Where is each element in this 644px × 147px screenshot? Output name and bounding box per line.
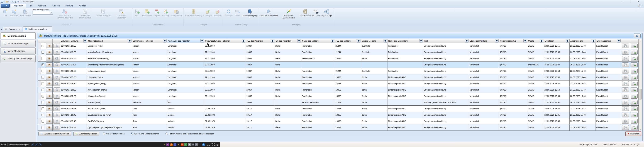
- process-message-button[interactable]: [53, 69, 60, 74]
- sidebar-item-meine-meldungen[interactable]: Meine Meldungen: [0, 48, 36, 55]
- ribbon-button-ausbruch[interactable]: Ausbruch: [10, 8, 19, 17]
- row-selector[interactable]: [38, 74, 40, 80]
- export-message-button[interactable]: [622, 81, 629, 86]
- row-selector[interactable]: [38, 49, 40, 55]
- chevron-down-icon[interactable]: ▾: [642, 5, 642, 7]
- forward-message-button[interactable]: [631, 119, 638, 124]
- row-checkbox[interactable]: [42, 89, 44, 91]
- notes-icon[interactable]: N: [166, 143, 169, 146]
- col-header-tat[interactable]: Meldetatbestand: [87, 39, 132, 43]
- col-header-act1[interactable]: [621, 39, 630, 43]
- radio-patient-melder-und-fall-zuordnen-bzw-neu-anlegen[interactable]: Patient, Melder und Fall zuordnen bzw. n…: [166, 132, 214, 135]
- filter-icon[interactable]: [384, 39, 387, 43]
- col-header-check[interactable]: [40, 39, 45, 43]
- volume-icon[interactable]: ♪: [198, 143, 202, 146]
- filter-icon[interactable]: [495, 39, 498, 43]
- ribbon-button-zusätzliche-eigenschaften[interactable]: Zusätzliche Eigenschaften: [278, 8, 299, 19]
- forward-message-button[interactable]: [631, 56, 638, 61]
- folder-icon[interactable]: [6, 1, 8, 3]
- discard-button[interactable]: ✖ Verwerfen: [626, 131, 641, 136]
- process-message-button[interactable]: [53, 100, 60, 105]
- col-header-titel[interactable]: Titel: [423, 39, 469, 43]
- ribbon-button-über-survnet[interactable]: Über Survnet: [299, 8, 312, 17]
- process-message-button[interactable]: [53, 81, 60, 86]
- col-header-typ[interactable]: Meldevorgangstyp: [499, 39, 527, 43]
- ribbon-button-alle-speichern[interactable]: Alle speichern: [170, 8, 183, 17]
- process-message-button[interactable]: [53, 113, 60, 117]
- help-status-icon[interactable]: ?: [39, 143, 42, 146]
- ribbon-button-notiz[interactable]: Notiz: [133, 8, 142, 17]
- ribbon-tab-allgemein[interactable]: Allgemein: [11, 4, 26, 8]
- export-message-button[interactable]: [622, 87, 629, 92]
- ribbon-help[interactable]: ? ▾: [638, 4, 642, 7]
- ribbon-tab-abfrage[interactable]: Abfrage: [76, 4, 89, 8]
- filter-icon[interactable]: [357, 39, 360, 43]
- export-message-button[interactable]: [622, 113, 629, 117]
- ribbon-button-kommentar[interactable]: Kommentar: [142, 8, 152, 17]
- row-checkbox[interactable]: [42, 114, 44, 116]
- view-message-button[interactable]: [46, 94, 52, 99]
- row-checkbox[interactable]: [42, 63, 44, 66]
- ribbon-button-liste-der-krankheiten[interactable]: Liste der Krankheiten: [260, 8, 278, 17]
- col-header-plzp[interactable]: PLZ des Patienten: [246, 39, 274, 43]
- filter-icon[interactable]: [163, 39, 166, 43]
- close-icon[interactable]: ✕: [49, 28, 50, 30]
- touch-keyboard-icon[interactable]: ▤: [216, 143, 218, 146]
- filter-icon[interactable]: [200, 39, 204, 43]
- ribbon-tab-fall[interactable]: Fall: [26, 4, 35, 8]
- forward-message-button[interactable]: [631, 106, 638, 111]
- export-message-button[interactable]: [622, 69, 629, 74]
- process-message-button[interactable]: [53, 56, 60, 61]
- minimize-button[interactable]: —: [621, 0, 624, 3]
- process-message-button[interactable]: [53, 50, 60, 55]
- row-selector[interactable]: [38, 87, 40, 93]
- process-message-button[interactable]: [53, 125, 60, 130]
- filter-icon[interactable]: [566, 39, 569, 43]
- forward-message-button[interactable]: [631, 50, 638, 55]
- filter-icon[interactable]: [540, 39, 543, 43]
- export-message-button[interactable]: [622, 50, 629, 55]
- forward-message-button[interactable]: [631, 113, 638, 117]
- row-checkbox[interactable]: [42, 82, 44, 85]
- view-message-button[interactable]: [46, 100, 52, 105]
- export-message-button[interactable]: [622, 56, 629, 61]
- col-header-melder[interactable]: Name des Melders: [301, 39, 335, 43]
- db-import-icon[interactable]: [12, 1, 14, 3]
- view-message-button[interactable]: [46, 87, 52, 92]
- forward-message-button[interactable]: [631, 100, 638, 105]
- network-icon[interactable]: ●: [202, 143, 205, 146]
- filter-icon[interactable]: [617, 39, 620, 43]
- view-message-button[interactable]: [46, 81, 52, 86]
- sidebar-item-importierte-meldungen[interactable]: Importierte Meldungen: [0, 40, 36, 47]
- row-checkbox[interactable]: [42, 51, 44, 54]
- col-header-act2[interactable]: [630, 39, 638, 43]
- radio-nur-melder-zuordnen[interactable]: Nur Melder zuordnen: [103, 132, 124, 135]
- ribbon-button-anhang[interactable]: Anhang: [161, 8, 170, 17]
- col-header-view[interactable]: [45, 39, 52, 43]
- chevron-down-icon[interactable]: ▼: [50, 11, 53, 14]
- forward-message-button[interactable]: [631, 81, 638, 86]
- export-message-button[interactable]: [622, 44, 629, 48]
- radio-icon[interactable]: [166, 132, 168, 135]
- ribbon-button-datenbereinigung[interactable]: Datenbereinigung▼: [242, 8, 258, 18]
- export-message-button[interactable]: [622, 100, 629, 105]
- ribbon-button-technische-informationen[interactable]: Technische Informationen: [75, 8, 95, 19]
- process-message-button[interactable]: [53, 44, 60, 48]
- ribbon-button-aufgabe[interactable]: Aufgabe: [152, 8, 161, 17]
- defender-shield-icon[interactable]: ✓: [184, 143, 187, 146]
- row-checkbox[interactable]: [42, 70, 44, 72]
- vertical-scrollbar[interactable]: ▲ ▼: [639, 39, 642, 131]
- view-message-button[interactable]: [46, 62, 52, 67]
- row-checkbox[interactable]: [42, 107, 44, 110]
- info-icon[interactable]: i: [35, 143, 38, 146]
- radio-icon[interactable]: [130, 132, 133, 135]
- view-message-button[interactable]: [46, 125, 52, 130]
- bearbeitungsstatus-select[interactable]: ▼: [32, 11, 53, 15]
- view-message-button[interactable]: [46, 44, 52, 48]
- scroll-down-icon[interactable]: ▼: [639, 129, 642, 130]
- teams-icon[interactable]: T: [174, 143, 176, 146]
- filter-icon[interactable]: [419, 39, 423, 43]
- close-icon[interactable]: ✕: [19, 28, 20, 30]
- col-header-ortm[interactable]: Ort des Melders: [361, 39, 387, 43]
- view-message-button[interactable]: [46, 56, 52, 61]
